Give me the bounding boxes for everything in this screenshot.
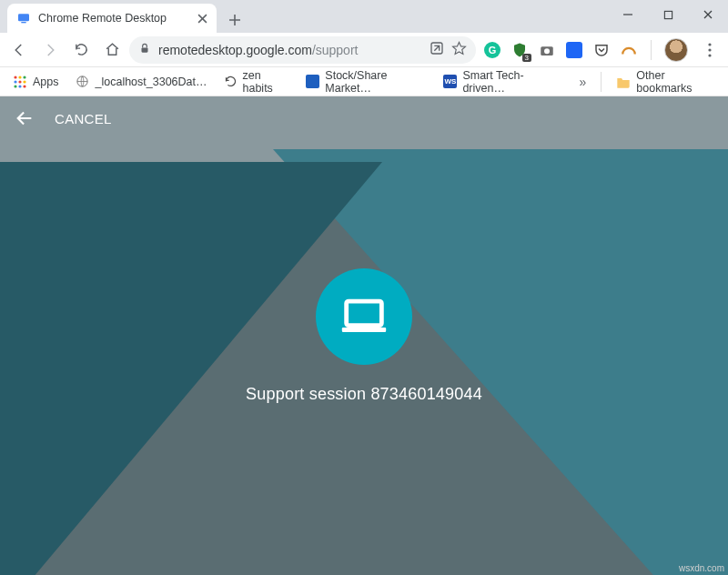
page-content: CANCEL Support session 873460149044 wsxd… [0, 96, 728, 575]
extension-shield-icon[interactable]: 3 [511, 41, 529, 59]
url-text: remotedesktop.google.com/support [158, 43, 422, 57]
bookmark-label: zen habits [243, 69, 290, 95]
folder-icon [616, 75, 631, 89]
favicon-icon [306, 75, 319, 89]
other-bookmarks[interactable]: Other bookmarks [611, 70, 721, 94]
session-id: 873460149044 [370, 385, 482, 403]
laptop-icon [316, 268, 412, 365]
back-arrow-icon[interactable] [15, 108, 35, 128]
bookmark-overflow-icon[interactable]: » [574, 75, 592, 89]
profile-avatar[interactable] [664, 38, 688, 62]
home-button[interactable] [98, 36, 126, 64]
watermark-text: wsxdn.com [679, 563, 724, 573]
extension-arc-icon[interactable] [620, 41, 638, 59]
extension-blue-square-icon[interactable] [565, 41, 583, 59]
url-host: remotedesktop.google.com [158, 43, 312, 57]
svg-point-15 [23, 80, 25, 83]
forward-button[interactable] [36, 36, 64, 64]
session-label: Support session [246, 385, 366, 403]
tab-favicon-remote-desktop-icon [16, 11, 31, 25]
svg-point-14 [18, 80, 21, 83]
bookmarks-bar: Apps _localhost_3306Dat… zen habits Stoc… [0, 67, 728, 96]
bookmark-label: Apps [33, 76, 59, 88]
svg-rect-21 [342, 328, 386, 332]
bookmark-label: Stock/Share Market… [325, 69, 427, 95]
extension-badge: 3 [522, 54, 531, 62]
browser-toolbar: remotedesktop.google.com/support G 3 [0, 33, 728, 67]
reload-icon [224, 75, 238, 89]
url-path: /support [312, 43, 359, 57]
svg-point-6 [544, 48, 550, 54]
window-controls [608, 0, 728, 29]
extension-camera-icon[interactable] [538, 41, 556, 59]
back-button[interactable] [5, 36, 33, 64]
browser-tab[interactable]: Chrome Remote Desktop [7, 4, 217, 33]
svg-point-11 [18, 76, 21, 78]
window-close-button[interactable] [688, 0, 728, 29]
svg-rect-3 [142, 47, 148, 52]
page-header: CANCEL [0, 96, 728, 140]
svg-rect-1 [21, 22, 25, 23]
bookmark-item[interactable]: WS Smart Tech-driven… [438, 70, 562, 94]
bookmark-item[interactable]: Stock/Share Market… [300, 70, 432, 94]
cancel-button[interactable]: CANCEL [55, 111, 112, 126]
svg-rect-2 [664, 11, 672, 18]
window-minimize-button[interactable] [608, 0, 648, 29]
window-titlebar: Chrome Remote Desktop [0, 0, 728, 33]
svg-point-10 [14, 76, 16, 78]
toolbar-divider [651, 40, 652, 60]
svg-point-12 [23, 76, 25, 78]
extension-icons: G 3 [480, 36, 723, 64]
tab-close-icon[interactable] [197, 11, 207, 26]
kebab-menu-icon[interactable] [697, 36, 723, 64]
session-title: Support session 873460149044 [246, 385, 482, 404]
tab-title: Chrome Remote Desktop [38, 12, 190, 25]
bookmark-label: _localhost_3306Dat… [96, 76, 207, 88]
window-maximize-button[interactable] [648, 0, 688, 29]
address-bar[interactable]: remotedesktop.google.com/support [129, 36, 476, 64]
star-bookmark-icon[interactable] [451, 41, 467, 59]
bookmark-label: Smart Tech-driven… [462, 69, 557, 95]
install-app-icon[interactable] [430, 41, 444, 58]
favicon-icon: WS [443, 75, 457, 89]
globe-icon [76, 75, 90, 89]
svg-point-18 [23, 85, 25, 87]
bookmark-label: Other bookmarks [636, 69, 715, 95]
extension-grammarly-icon[interactable]: G [483, 41, 501, 59]
svg-point-17 [18, 85, 21, 87]
bookmark-item[interactable]: _localhost_3306Dat… [70, 70, 213, 94]
svg-point-16 [14, 85, 16, 87]
bookmarks-divider [601, 72, 602, 92]
svg-point-7 [708, 43, 711, 45]
svg-point-9 [708, 54, 711, 56]
apps-shortcut[interactable]: Apps [7, 70, 65, 94]
session-card: Support session 873460149044 [0, 96, 728, 575]
reload-button[interactable] [67, 36, 95, 64]
extension-pocket-icon[interactable] [592, 41, 611, 59]
new-tab-button[interactable] [222, 7, 248, 33]
apps-grid-icon [13, 75, 27, 89]
svg-point-8 [708, 48, 711, 51]
lock-icon [138, 42, 151, 57]
bookmark-item[interactable]: zen habits [218, 70, 296, 94]
svg-rect-20 [347, 301, 382, 326]
svg-point-13 [14, 80, 16, 83]
svg-rect-0 [18, 14, 29, 21]
